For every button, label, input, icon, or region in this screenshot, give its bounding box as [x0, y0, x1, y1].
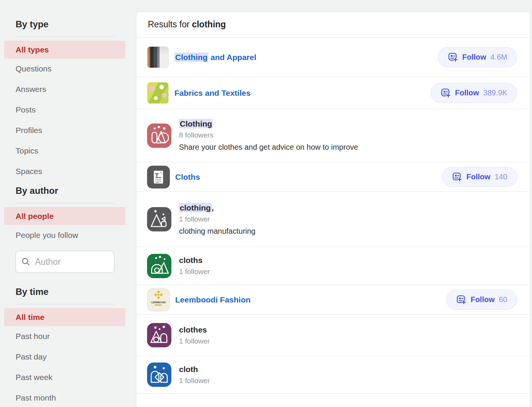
filter-questions[interactable]: Questions: [4, 59, 125, 79]
filter-all-time[interactable]: All time: [4, 308, 125, 326]
space-link-cloth[interactable]: cloth: [179, 365, 210, 374]
filter-answers[interactable]: Answers: [4, 79, 125, 100]
author-search-input[interactable]: [35, 257, 109, 267]
result-row-topic: Fabrics and Textiles Follow 389.9K: [136, 77, 530, 109]
result-row-space: cloth 1 follower: [136, 356, 530, 393]
follow-button[interactable]: Follow 140: [442, 167, 517, 187]
filter-past-hour[interactable]: Past hour: [4, 326, 125, 347]
space-avatar-clothing[interactable]: [147, 124, 171, 148]
search-results-card: Results for clothing Clothing and Appare…: [136, 11, 530, 407]
space-link-cloths[interactable]: cloths: [179, 256, 210, 265]
document-icon: [147, 166, 170, 188]
follower-count: 1 follower: [179, 215, 255, 223]
follower-count: 1 follower: [179, 377, 210, 385]
divider: [16, 203, 114, 203]
leemboodi-logo-icon: LEEMBOODI: [147, 289, 169, 311]
results-header: Results for clothing: [136, 12, 530, 37]
follower-count: 8 followers: [179, 131, 358, 139]
follow-button[interactable]: Follow 389.9K: [431, 83, 517, 103]
by-type-heading: By type: [4, 18, 125, 30]
filter-all-types[interactable]: All types: [4, 41, 125, 59]
result-row-space: clothing, 1 follower clothing manufactur…: [136, 192, 530, 247]
topic-thumbnail-clothing-and-apparel[interactable]: [147, 46, 169, 68]
space-description: Share your clothes and get advice on how…: [179, 143, 358, 152]
by-time-heading: By time: [4, 286, 125, 298]
people-glyph-icon: [147, 124, 171, 148]
filter-posts[interactable]: Posts: [4, 100, 125, 120]
next-result-row-partial: [136, 393, 530, 407]
follow-button[interactable]: Follow 4.6M: [438, 47, 517, 67]
filter-past-month[interactable]: Past month: [4, 388, 125, 407]
result-row-space: cloths 1 follower: [136, 247, 530, 285]
follow-topic-icon: [440, 88, 451, 98]
highlighted-query-text: Clothing: [174, 52, 208, 62]
result-row-space: Clothing 8 followers Share your clothes …: [136, 109, 530, 162]
space-avatar-clothing-manufacturing[interactable]: [147, 207, 171, 231]
svg-text:LEEMBOODI: LEEMBOODI: [151, 301, 166, 304]
people-glyph-icon: [147, 207, 171, 231]
topic-link-leemboodi-fashion[interactable]: Leemboodi Fashion: [175, 295, 250, 304]
result-row-topic: Cloths Follow 140: [136, 162, 530, 192]
results-header-query: clothing: [192, 19, 226, 30]
space-description: clothing manufacturing: [179, 227, 255, 236]
filter-profiles[interactable]: Profiles: [4, 120, 125, 141]
result-row-topic: LEEMBOODI Leemboodi Fashion Follow 60: [136, 285, 530, 314]
space-link-clothing[interactable]: Clothing: [179, 119, 358, 128]
follow-topic-icon: [448, 52, 458, 62]
space-link-clothes[interactable]: clothes: [179, 325, 210, 334]
filter-all-people[interactable]: All people: [4, 207, 125, 225]
author-search-box[interactable]: [16, 251, 114, 273]
topic-link-fabrics-and-textiles[interactable]: Fabrics and Textiles: [174, 89, 250, 98]
result-row-space: clothes 1 follower: [136, 314, 530, 356]
follow-topic-icon: [456, 295, 466, 305]
divider: [16, 36, 114, 37]
highlighted-query-text: Clothing: [179, 119, 213, 128]
topic-link-cloths[interactable]: Cloths: [175, 173, 200, 182]
topic-thumbnail-fabrics-and-textiles[interactable]: [147, 82, 169, 104]
filter-past-day[interactable]: Past day: [4, 347, 125, 367]
follow-topic-icon: [452, 172, 462, 182]
topic-link-clothing-and-apparel[interactable]: Clothing and Apparel: [174, 53, 256, 62]
highlighted-query-text: clothing: [179, 203, 212, 212]
people-glyph-icon: [147, 254, 171, 278]
filter-spaces[interactable]: Spaces: [4, 161, 125, 182]
topic-avatar-cloths[interactable]: [147, 166, 170, 188]
topic-avatar-leemboodi-fashion[interactable]: LEEMBOODI: [147, 288, 170, 311]
search-filter-sidebar: By type All types Questions Answers Post…: [4, 0, 125, 407]
space-avatar-cloths[interactable]: [147, 254, 171, 278]
divider: [16, 304, 114, 304]
result-row-topic: Clothing and Apparel Follow 4.6M: [136, 37, 530, 77]
people-glyph-icon: [147, 363, 171, 387]
space-link-clothing-comma[interactable]: clothing,: [179, 203, 255, 212]
filter-topics[interactable]: Topics: [4, 141, 125, 161]
follower-count: 1 follower: [179, 337, 210, 345]
people-glyph-icon: [147, 323, 171, 347]
follower-count: 1 follower: [179, 268, 210, 276]
follow-button[interactable]: Follow 60: [446, 290, 517, 310]
space-avatar-cloth[interactable]: [147, 363, 171, 387]
search-icon: [21, 257, 30, 266]
space-avatar-clothes[interactable]: [147, 323, 171, 347]
results-header-prefix: Results for: [148, 19, 190, 30]
by-author-heading: By author: [4, 185, 125, 197]
filter-past-week[interactable]: Past week: [4, 367, 125, 388]
filter-people-you-follow[interactable]: People you follow: [4, 225, 125, 245]
